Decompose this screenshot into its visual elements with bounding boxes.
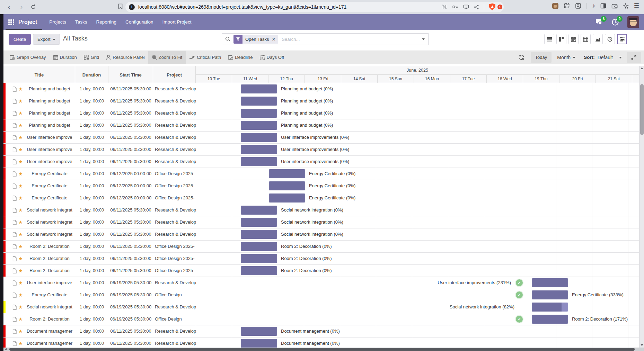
bookmark-icon[interactable]: [118, 3, 123, 9]
view-activity-button[interactable]: [605, 34, 615, 44]
navbar-menu-import-project[interactable]: Import Project: [158, 14, 196, 30]
refresh-icon[interactable]: [519, 54, 524, 60]
leo-ai-icon[interactable]: [623, 3, 629, 9]
sort-select[interactable]: Default: [598, 55, 613, 60]
gantt-bar[interactable]: [241, 242, 277, 251]
view-gantt-button[interactable]: [617, 34, 627, 44]
browser-menu-icon[interactable]: ☰: [634, 3, 639, 9]
create-button[interactable]: create: [9, 34, 31, 45]
star-icon[interactable]: ★: [18, 159, 23, 165]
search-bar[interactable]: Open Tasks ✕: [222, 33, 429, 45]
task-row[interactable]: ★Energy Certificate1 day, 00:0006/12/202…: [3, 180, 639, 192]
view-list-button[interactable]: [544, 34, 554, 44]
star-icon[interactable]: ★: [18, 171, 23, 177]
star-icon[interactable]: ★: [18, 98, 23, 104]
navbar-menu-tasks[interactable]: Tasks: [71, 14, 92, 30]
task-row[interactable]: ★Planning and budget1 day, 00:0006/11/20…: [3, 119, 639, 132]
column-header-start-time[interactable]: Start Time: [108, 66, 153, 83]
gantt-bar[interactable]: [241, 157, 277, 166]
share-icon[interactable]: [474, 4, 479, 10]
task-row[interactable]: ★Social network integrat1 day, 00:0006/1…: [3, 216, 639, 228]
activities-icon[interactable]: 9: [611, 18, 619, 26]
resource-panel-button[interactable]: Resource Panel: [103, 51, 148, 64]
task-row[interactable]: ★Room 2: Decoration1 day, 00:0006/19/202…: [3, 313, 639, 325]
view-kanban-button[interactable]: [556, 34, 566, 44]
task-row[interactable]: ★Social network integrat1 day, 00:0006/1…: [3, 204, 639, 216]
star-icon[interactable]: ★: [18, 134, 23, 141]
vertical-scrollbar-thumb[interactable]: [640, 84, 644, 135]
gantt-bar[interactable]: [532, 278, 568, 287]
search-input[interactable]: [278, 37, 420, 42]
gantt-bar[interactable]: [241, 145, 277, 154]
gantt-bar[interactable]: [241, 218, 277, 227]
browser-forward-button[interactable]: ›: [18, 2, 25, 11]
star-icon[interactable]: ★: [18, 268, 23, 274]
send-to-device-icon[interactable]: [463, 4, 469, 10]
star-icon[interactable]: ★: [18, 110, 23, 116]
task-row[interactable]: ★Planning and budget1 day, 00:0006/11/20…: [3, 95, 639, 107]
scroll-left-arrow[interactable]: [5, 348, 7, 350]
task-row[interactable]: ★Document managemer1 day, 00:0006/11/202…: [3, 338, 639, 348]
gantt-bar[interactable]: [532, 315, 568, 324]
task-row[interactable]: ★Planning and budget1 day, 00:0006/11/20…: [3, 107, 639, 119]
tampermonkey-icon[interactable]: [552, 3, 558, 9]
vertical-scrollbar[interactable]: [639, 66, 644, 348]
star-icon[interactable]: ★: [18, 340, 23, 346]
vpn-icon[interactable]: [442, 4, 447, 10]
site-info-icon[interactable]: i: [129, 4, 135, 10]
browser-back-button[interactable]: ‹: [6, 2, 12, 11]
gantt-bar[interactable]: [241, 254, 277, 263]
gantt-bar[interactable]: [241, 133, 277, 142]
gantt-bar[interactable]: [532, 303, 568, 312]
task-row[interactable]: ★Energy Certificate1 day, 00:0006/12/202…: [3, 192, 639, 204]
fullscreen-button[interactable]: [627, 52, 641, 63]
column-header-project[interactable]: Project: [153, 66, 196, 83]
critical-path-button[interactable]: Critical Path: [186, 51, 224, 64]
gantt-bar[interactable]: [532, 290, 568, 299]
media-icon[interactable]: ♪: [592, 3, 595, 9]
sidebar-toggle-icon[interactable]: [600, 3, 606, 9]
task-row[interactable]: ★User interface improve1 day, 00:0006/11…: [3, 156, 639, 168]
gantt-bar[interactable]: [241, 230, 277, 239]
view-graph-button[interactable]: [593, 34, 603, 44]
gantt-bar[interactable]: [269, 194, 305, 202]
apps-menu-icon[interactable]: [8, 19, 14, 25]
facet-remove-icon[interactable]: ✕: [272, 37, 275, 42]
task-row[interactable]: ★Room 2: Decoration1 day, 00:0006/11/202…: [3, 241, 639, 253]
star-icon[interactable]: ★: [18, 231, 23, 237]
star-icon[interactable]: ★: [18, 183, 23, 189]
gantt-bar[interactable]: [241, 84, 277, 93]
scroll-up-arrow[interactable]: [641, 67, 643, 69]
graph-overlay-button[interactable]: Graph Overlay: [6, 51, 50, 64]
search-dropdown-caret[interactable]: [422, 38, 425, 40]
gantt-bar[interactable]: [241, 327, 277, 336]
app-title[interactable]: Project: [18, 19, 37, 25]
task-row[interactable]: ★Energy Certificate1 day, 00:0006/19/202…: [3, 289, 639, 301]
gantt-bar[interactable]: [241, 339, 277, 348]
task-row[interactable]: ★User interface improve1 day, 00:0006/11…: [3, 132, 639, 144]
star-icon[interactable]: ★: [18, 304, 23, 310]
gantt-bar[interactable]: [241, 109, 277, 118]
grid-button[interactable]: Grid: [80, 51, 103, 64]
scroll-down-arrow[interactable]: [641, 344, 643, 346]
task-row[interactable]: ★Planning and budget1 day, 00:0006/11/20…: [3, 83, 639, 95]
user-avatar[interactable]: [627, 16, 639, 28]
star-icon[interactable]: ★: [18, 146, 23, 153]
star-icon[interactable]: ★: [18, 207, 23, 213]
gantt-bar[interactable]: [241, 121, 277, 130]
star-icon[interactable]: ★: [18, 195, 23, 201]
messages-icon[interactable]: 6: [596, 18, 603, 26]
column-header-duration[interactable]: Duration: [75, 66, 108, 83]
star-icon[interactable]: ★: [18, 328, 23, 334]
days-off-button[interactable]: Days Off: [256, 51, 288, 64]
star-icon[interactable]: ★: [18, 316, 23, 322]
view-calendar-button[interactable]: [568, 34, 579, 44]
star-icon[interactable]: ★: [18, 122, 23, 128]
navbar-menu-configuration[interactable]: Configuration: [121, 14, 158, 30]
task-row[interactable]: ★Document managemer1 day, 00:0006/11/202…: [3, 325, 639, 338]
wallet-icon[interactable]: [611, 3, 618, 9]
zoom-to-fit-button[interactable]: Zoom To Fit: [148, 51, 186, 64]
extensions-puzzle-icon[interactable]: [564, 3, 570, 9]
star-icon[interactable]: ★: [18, 280, 23, 286]
filter-facet[interactable]: Open Tasks ✕: [233, 35, 278, 44]
